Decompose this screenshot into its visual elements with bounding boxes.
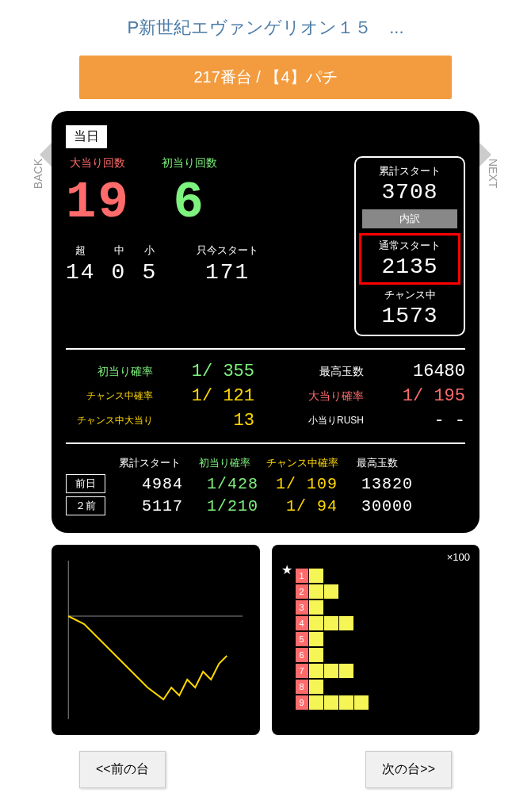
back-nav[interactable]: BACK — [32, 159, 44, 189]
grid-row: 7 — [296, 664, 472, 678]
chance-rate-value: 1/ 121 — [175, 386, 254, 406]
oo-rate-label: 大当り確率 — [277, 389, 364, 404]
hatsuatari-label: 初当り回数 — [162, 156, 217, 170]
line-chart-panel — [52, 545, 260, 735]
ooatari-label: 大当り回数 — [66, 156, 130, 170]
chance-label: チャンス中 — [362, 288, 457, 302]
history-row: ２前 5117 1/210 1/ 94 30000 — [66, 496, 465, 515]
cumulative-box: 累計スタート 3708 内訳 通常スタート 2135 チャンス中 1573 — [354, 156, 465, 336]
grid-row: 8 — [296, 680, 472, 694]
star-icon: ★ — [281, 562, 292, 577]
x100-label: ×100 — [447, 551, 470, 563]
history-header: 累計スタート 初当り確率 チャンス中確率 最高玉数 — [66, 456, 465, 470]
ko-rush-value: - - — [386, 411, 465, 431]
sho-value: 5 — [142, 260, 157, 285]
chance-oo-label: チャンス中大当り — [66, 414, 153, 427]
cho-value: 14 — [66, 260, 96, 285]
prev-machine-button[interactable]: <<前の台 — [79, 751, 166, 788]
history-row: 前日 4984 1/428 1/ 109 13820 — [66, 474, 465, 493]
chu-value: 0 — [112, 260, 127, 285]
ruikei-label: 累計スタート — [362, 164, 457, 178]
grid-row: 2 — [296, 584, 472, 599]
machine-info-bar: 217番台 / 【4】パチ — [79, 56, 452, 99]
next-nav[interactable]: NEXT — [487, 159, 499, 188]
chance-rate-label: チャンス中確率 — [66, 389, 153, 403]
oo-rate-value: 1/ 195 — [386, 386, 465, 406]
line-chart — [59, 553, 252, 727]
divider — [66, 348, 465, 350]
chance-value: 1573 — [362, 304, 457, 328]
grid-row: 3 — [296, 600, 472, 615]
tadaima-value: 171 — [197, 260, 258, 285]
stats-panel: 当日 大当り回数 19 初当り回数 6 超 14 中 — [52, 111, 479, 533]
max-balls-value: 16480 — [386, 362, 465, 381]
grid-row: 5 — [296, 632, 472, 646]
divider — [66, 442, 465, 444]
grid-row: 1 — [296, 569, 472, 583]
tsujo-label: 通常スタート — [365, 239, 455, 253]
hatsu-rate-value: 1/ 355 — [175, 362, 254, 381]
max-balls-label: 最高玉数 — [277, 365, 364, 379]
tadaima-label: 只今スタート — [197, 243, 258, 258]
chu-label: 中 — [112, 243, 127, 258]
ooatari-value: 19 — [66, 174, 130, 232]
ko-rush-label: 小当りRUSH — [277, 414, 364, 427]
today-badge: 当日 — [66, 125, 107, 148]
grid-row: 9 — [296, 695, 472, 710]
grid-row: 4 — [296, 616, 472, 630]
bar-grid-panel: ×100 ★ 123456789 — [272, 545, 480, 735]
chance-oo-value: 13 — [175, 411, 254, 431]
next-machine-button[interactable]: 次の台>> — [365, 751, 452, 788]
highlighted-stat: 通常スタート 2135 — [359, 233, 460, 285]
ruikei-value: 3708 — [362, 180, 457, 205]
sho-label: 小 — [142, 243, 157, 258]
grid-row: 6 — [296, 648, 472, 662]
page-title: P新世紀エヴァンゲリオン１５ ... — [0, 0, 531, 56]
breakdown-button[interactable]: 内訳 — [362, 209, 457, 228]
cho-label: 超 — [66, 243, 96, 258]
hatsu-rate-label: 初当り確率 — [66, 365, 153, 379]
tsujo-value: 2135 — [365, 255, 455, 279]
hatsuatari-value: 6 — [162, 174, 217, 232]
